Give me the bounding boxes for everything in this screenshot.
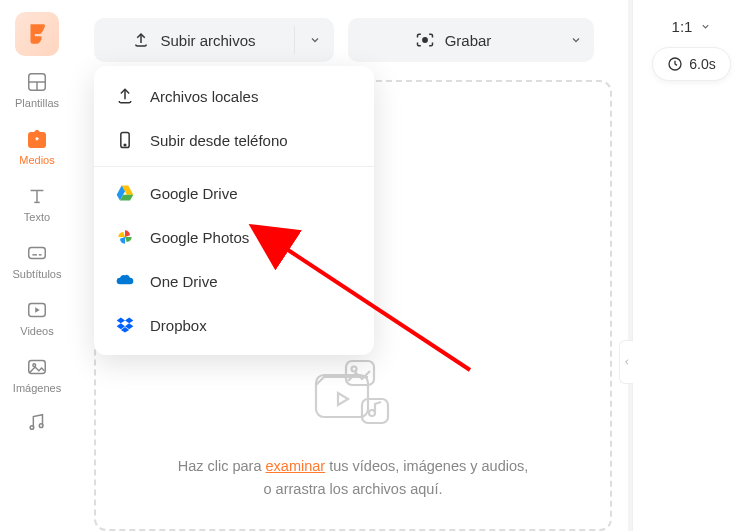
videos-icon <box>25 298 49 322</box>
sidebar-item-label: Plantillas <box>15 97 59 109</box>
duration-value: 6.0s <box>689 56 715 72</box>
upload-icon <box>114 85 136 107</box>
google-photos-icon <box>114 226 136 248</box>
google-drive-icon <box>114 182 136 204</box>
chevron-down-icon <box>570 34 582 46</box>
right-panel: 1:1 6.0s <box>632 0 750 531</box>
chevron-down-icon <box>309 34 321 46</box>
chevron-left-icon <box>623 356 631 368</box>
sidebar-item-label: Texto <box>24 211 50 223</box>
music-icon <box>25 410 49 434</box>
logo-f-icon <box>24 21 50 47</box>
svg-point-16 <box>422 37 428 43</box>
dropdown-item-one-drive[interactable]: One Drive <box>94 259 374 303</box>
toolbar: Subir archivos Grabar <box>94 18 612 62</box>
dropdown-item-upload-phone[interactable]: Subir desde teléfono <box>94 118 374 162</box>
record-label: Grabar <box>445 32 492 49</box>
dropdown-item-dropbox[interactable]: Dropbox <box>94 303 374 347</box>
dropdown-item-label: One Drive <box>150 273 218 290</box>
templates-icon <box>25 70 49 94</box>
dropdown-item-label: Google Photos <box>150 229 249 246</box>
svg-point-15 <box>39 424 43 428</box>
upload-dropdown-menu: Archivos locales Subir desde teléfono Go… <box>94 66 374 355</box>
record-dropdown-toggle[interactable] <box>558 34 594 46</box>
sidebar-item-audio[interactable] <box>0 406 74 438</box>
upload-button[interactable]: Subir archivos <box>94 31 294 49</box>
record-button[interactable]: Grabar <box>348 30 558 50</box>
duration-button[interactable]: 6.0s <box>652 47 730 81</box>
sidebar-item-subtitulos[interactable]: Subtítulos <box>0 237 74 284</box>
upload-icon <box>132 31 150 49</box>
upload-button-group: Subir archivos <box>94 18 334 62</box>
sidebar-item-label: Imágenes <box>13 382 61 394</box>
dropdown-item-google-drive[interactable]: Google Drive <box>94 171 374 215</box>
chevron-down-icon <box>700 21 711 32</box>
sidebar-item-label: Videos <box>20 325 53 337</box>
record-icon <box>415 30 435 50</box>
aspect-ratio-button[interactable]: 1:1 <box>672 18 712 35</box>
sidebar-item-imagenes[interactable]: Imágenes <box>0 351 74 398</box>
dropdown-item-label: Archivos locales <box>150 88 258 105</box>
subtitles-icon <box>25 241 49 265</box>
dropdown-item-label: Subir desde teléfono <box>150 132 288 149</box>
sidebar-item-videos[interactable]: Videos <box>0 294 74 341</box>
aspect-ratio-value: 1:1 <box>672 18 693 35</box>
dropzone-illustration-icon <box>308 355 398 435</box>
dropzone-text: Haz clic para examinar tus vídeos, imáge… <box>178 455 529 501</box>
svg-point-14 <box>30 426 34 430</box>
dropdown-separator <box>94 166 374 167</box>
images-icon <box>25 355 49 379</box>
sidebar-item-label: Subtítulos <box>13 268 62 280</box>
svg-rect-18 <box>346 361 374 385</box>
sidebar-item-medios[interactable]: Medios <box>0 123 74 170</box>
main-panel: Subir archivos Grabar <box>74 0 632 531</box>
upload-dropdown-toggle[interactable] <box>294 26 334 54</box>
svg-point-19 <box>352 366 357 371</box>
svg-rect-4 <box>36 137 38 141</box>
dropdown-item-local-files[interactable]: Archivos locales <box>94 74 374 118</box>
phone-icon <box>114 129 136 151</box>
upload-label: Subir archivos <box>160 32 255 49</box>
clock-icon <box>667 56 683 72</box>
browse-link[interactable]: examinar <box>266 458 326 474</box>
app-logo[interactable] <box>15 12 59 56</box>
svg-rect-8 <box>29 248 46 259</box>
record-button-group: Grabar <box>348 18 594 62</box>
sidebar-item-plantillas[interactable]: Plantillas <box>0 66 74 113</box>
dropdown-item-label: Dropbox <box>150 317 207 334</box>
onedrive-icon <box>114 270 136 292</box>
dropdown-item-google-photos[interactable]: Google Photos <box>94 215 374 259</box>
collapse-panel-button[interactable] <box>619 340 633 384</box>
dropdown-item-label: Google Drive <box>150 185 238 202</box>
text-icon <box>25 184 49 208</box>
sidebar-item-label: Medios <box>19 154 54 166</box>
sidebar-item-texto[interactable]: Texto <box>0 180 74 227</box>
svg-point-23 <box>124 144 126 146</box>
dropbox-icon <box>114 314 136 336</box>
sidebar: Plantillas Medios Texto Subtítulos Video… <box>0 0 74 531</box>
media-icon <box>25 127 49 151</box>
